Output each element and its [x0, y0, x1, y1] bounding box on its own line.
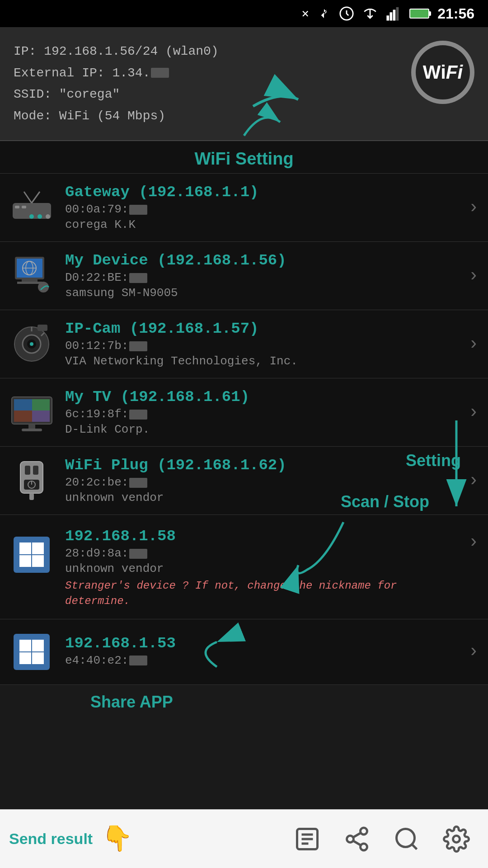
wifi-badge: WiFi [411, 41, 474, 104]
search-button[interactable] [384, 816, 429, 862]
ipcam-vendor: VIA Networking Technologies, Inc. [65, 354, 464, 368]
stranger-name: 192.168.1.58 [65, 528, 464, 545]
svg-rect-4 [396, 7, 399, 21]
wifiplug-info: WiFi Plug (192.168.1.62) 20:2c:be: unkno… [65, 457, 464, 505]
svg-rect-19 [22, 279, 38, 282]
wifi-badge-text: WiFi [423, 61, 463, 83]
svg-rect-44 [19, 542, 31, 554]
phone-icon [9, 253, 54, 298]
router-icon [9, 185, 54, 230]
svg-rect-50 [19, 652, 31, 664]
mydevice-name: My Device (192.168.1.56) [65, 252, 464, 269]
svg-rect-46 [19, 555, 31, 567]
svg-rect-34 [32, 410, 50, 422]
device53-name: 192.168.1.53 [65, 635, 464, 652]
svg-point-64 [397, 829, 415, 847]
svg-point-61 [361, 844, 367, 850]
list-item[interactable]: Gateway (192.168.1.1) 00:0a:79: corega K… [0, 174, 488, 242]
list-item[interactable]: WiFi Plug (192.168.1.62) 20:2c:be: unkno… [0, 447, 488, 515]
svg-point-11 [29, 214, 34, 219]
chevron-right-icon: › [468, 532, 479, 552]
ipcam-info: IP-Cam (192.168.1.57) 00:12:7b: VIA Netw… [65, 320, 464, 368]
svg-rect-36 [22, 429, 42, 431]
device53-mac: e4:40:e2: [65, 654, 464, 667]
mytv-info: My TV (192.168.1.61) 6c:19:8f: D-Link Co… [65, 388, 464, 436]
svg-rect-47 [32, 555, 44, 567]
stranger-warning: Stranger's device ? If not, change the n… [65, 578, 464, 609]
mydevice-mac: D0:22:BE: [65, 271, 464, 284]
chevron-right-icon: › [468, 642, 479, 662]
settings-button[interactable] [434, 816, 479, 862]
plug-icon [9, 458, 54, 503]
svg-rect-35 [28, 424, 35, 429]
list-button[interactable] [285, 816, 330, 862]
device53-info: 192.168.1.53 e4:40:e2: [65, 635, 464, 669]
svg-point-12 [38, 214, 42, 219]
tv-icon [9, 390, 54, 435]
svg-rect-28 [38, 325, 47, 331]
list-item[interactable]: My TV (192.168.1.61) 6c:19:8f: D-Link Co… [0, 378, 488, 447]
mytv-vendor: D-Link Corp. [65, 423, 464, 436]
status-time: 21:56 [437, 5, 474, 22]
stranger-info: 192.168.1.58 28:d9:8a: unknown vendor St… [65, 528, 464, 609]
svg-rect-38 [25, 466, 30, 475]
wifi-setting-label: WiFi Setting [0, 141, 488, 174]
svg-rect-1 [387, 15, 389, 20]
external-ip: External IP: 1.34. [14, 62, 411, 84]
svg-rect-48 [19, 640, 31, 651]
svg-rect-3 [393, 10, 396, 21]
svg-point-60 [347, 835, 354, 842]
chevron-right-icon: › [468, 334, 479, 354]
status-icons: ⨯ 21:56 [301, 5, 474, 22]
mydevice-vendor: samsung SM-N9005 [65, 286, 464, 300]
ipcam-name: IP-Cam (192.168.1.57) [65, 320, 464, 337]
hand-point-icon: 👇 [102, 824, 133, 854]
svg-line-62 [353, 840, 361, 845]
svg-point-13 [46, 214, 50, 219]
svg-rect-43 [29, 493, 34, 500]
mytv-name: My TV (192.168.1.61) [65, 388, 464, 406]
wifi-badge-inner: WiFi [416, 45, 470, 99]
list-item[interactable]: 192.168.1.53 e4:40:e2: › Share APP [0, 619, 488, 685]
clock-icon [339, 6, 354, 21]
send-result-label: Send result [9, 830, 93, 848]
ipcam-mac: 00:12:7b: [65, 339, 464, 353]
svg-rect-39 [33, 466, 38, 475]
gateway-vendor: corega K.K [65, 218, 464, 231]
chevron-right-icon: › [468, 266, 479, 286]
camera-icon [9, 321, 54, 367]
svg-line-65 [412, 844, 417, 849]
battery-icon [409, 9, 429, 19]
mydevice-info: My Device (192.168.1.56) D0:22:BE: samsu… [65, 252, 464, 300]
svg-rect-32 [32, 399, 50, 410]
svg-line-63 [353, 833, 361, 837]
mode: Mode: WiFi (54 Mbps) [14, 105, 411, 127]
svg-point-25 [30, 342, 33, 346]
bottom-toolbar: Send result 👇 [0, 809, 488, 868]
toolbar-icons [137, 816, 479, 862]
svg-line-9 [24, 192, 32, 203]
list-item[interactable]: IP-Cam (192.168.1.57) 00:12:7b: VIA Netw… [0, 310, 488, 378]
stranger-mac: 28:d9:8a: [65, 547, 464, 560]
stranger-vendor: unknown vendor [65, 562, 464, 576]
share-button[interactable] [334, 816, 380, 862]
svg-rect-33 [14, 410, 32, 422]
network-header: IP: 192.168.1.56/24 (wlan0) External IP:… [0, 27, 488, 141]
svg-rect-8 [22, 206, 26, 208]
bluetooth-icon [317, 7, 331, 20]
wifiplug-name: WiFi Plug (192.168.1.62) [65, 457, 464, 474]
gateway-mac: 00:0a:79: [65, 203, 464, 216]
signal-icon [386, 6, 401, 21]
chevron-right-icon: › [468, 198, 479, 218]
chevron-right-icon: › [468, 402, 479, 423]
list-item[interactable]: My Device (192.168.1.56) D0:22:BE: samsu… [0, 242, 488, 310]
svg-rect-49 [32, 640, 44, 651]
svg-rect-45 [32, 542, 44, 554]
status-bar: ⨯ 21:56 [0, 0, 488, 27]
ssid: SSID: "corega" [14, 84, 411, 105]
svg-point-66 [453, 835, 460, 842]
svg-rect-7 [15, 206, 19, 208]
svg-point-59 [361, 828, 367, 835]
list-item[interactable]: 192.168.1.58 28:d9:8a: unknown vendor St… [0, 515, 488, 619]
network-info: IP: 192.168.1.56/24 (wlan0) External IP:… [14, 41, 411, 127]
